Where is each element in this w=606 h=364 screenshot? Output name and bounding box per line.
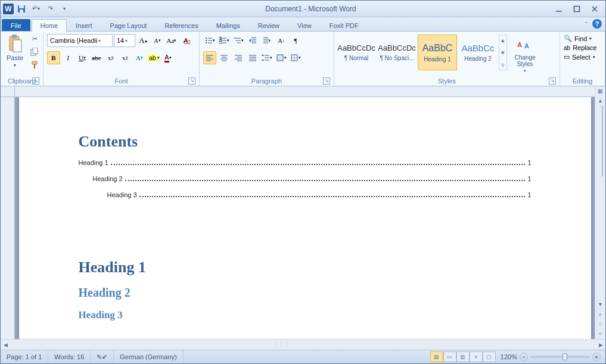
- help-icon[interactable]: ?: [592, 19, 602, 29]
- style-normal[interactable]: AaBbCcDc¶ Normal: [337, 35, 376, 70]
- zoom-slider[interactable]: [530, 356, 590, 358]
- heading-1[interactable]: Heading 1: [79, 259, 532, 276]
- heading-2[interactable]: Heading 2: [79, 286, 532, 300]
- tab-page-layout[interactable]: Page Layout: [101, 19, 156, 31]
- change-case-icon[interactable]: Aa▾: [165, 34, 178, 47]
- decrease-indent-icon[interactable]: [246, 34, 259, 47]
- tab-view[interactable]: View: [288, 19, 321, 31]
- text-effects-icon[interactable]: A▾: [133, 51, 146, 64]
- scroll-down-icon[interactable]: ▼: [595, 300, 605, 309]
- horizontal-ruler[interactable]: [15, 86, 595, 97]
- replace-button[interactable]: abReplace: [563, 43, 598, 52]
- browse-object-icon[interactable]: ○: [596, 320, 605, 328]
- multilevel-list-icon[interactable]: ▾: [232, 34, 245, 47]
- increase-indent-icon[interactable]: [260, 34, 274, 47]
- shading-icon[interactable]: ▾: [275, 51, 288, 64]
- view-outline-icon[interactable]: ≡: [470, 351, 483, 362]
- view-print-layout-icon[interactable]: ▤: [430, 351, 443, 362]
- bold-button[interactable]: B: [47, 51, 60, 64]
- numbering-icon[interactable]: 123▾: [217, 34, 231, 47]
- vertical-scrollbar[interactable]: ▦ ▲ ▼ « ○ »: [595, 86, 605, 339]
- scroll-right-icon[interactable]: ▶: [596, 340, 605, 350]
- superscript-button[interactable]: x2: [119, 51, 132, 64]
- word-app-icon[interactable]: W: [3, 4, 14, 14]
- close-button[interactable]: [586, 3, 603, 15]
- change-styles-button[interactable]: AA Change Styles▾: [509, 33, 541, 74]
- underline-button[interactable]: U▾: [76, 51, 89, 64]
- scroll-left-icon[interactable]: ◀: [1, 340, 10, 350]
- maximize-button[interactable]: [568, 3, 585, 15]
- borders-icon[interactable]: ▾: [289, 51, 302, 64]
- ruler-toggle-icon[interactable]: ▦: [595, 86, 605, 96]
- status-words[interactable]: Words: 16: [48, 350, 91, 363]
- style-gallery-more[interactable]: ▴▾▿: [499, 35, 507, 70]
- zoom-slider-thumb[interactable]: [563, 353, 567, 360]
- italic-button[interactable]: I: [61, 51, 74, 64]
- tab-foxit-pdf[interactable]: Foxit PDF: [321, 19, 368, 31]
- scroll-up-icon[interactable]: ▲: [595, 96, 605, 105]
- tab-file[interactable]: File: [2, 19, 30, 31]
- font-dialog-launcher[interactable]: ↘: [188, 77, 195, 85]
- horizontal-scrollbar[interactable]: ◀ ⋮⋮⋮ ▶: [1, 339, 605, 350]
- line-spacing-icon[interactable]: ▾: [260, 51, 274, 64]
- status-language[interactable]: German (Germany): [114, 350, 183, 363]
- tab-insert[interactable]: Insert: [67, 19, 101, 31]
- split-handle-icon[interactable]: ⋮⋮⋮: [274, 341, 290, 347]
- zoom-in-button[interactable]: +: [592, 353, 601, 361]
- toc-entry-2[interactable]: Heading 21: [79, 175, 532, 183]
- qat-customize-icon[interactable]: ▾: [58, 2, 71, 15]
- subscript-button[interactable]: x2: [104, 51, 117, 64]
- page-viewport[interactable]: Contents Heading 11 Heading 21 Heading 3…: [15, 97, 595, 339]
- tab-references[interactable]: References: [156, 19, 207, 31]
- next-page-icon[interactable]: »: [596, 329, 605, 338]
- undo-icon[interactable]: ↶▾: [29, 2, 42, 15]
- style-heading-2[interactable]: AaBbCcHeading 2: [458, 35, 498, 70]
- styles-dialog-launcher[interactable]: ↘: [549, 77, 556, 85]
- copy-icon[interactable]: [29, 46, 41, 58]
- select-button[interactable]: ▭Select▾: [563, 52, 596, 61]
- grow-font-icon[interactable]: A▴: [136, 34, 150, 47]
- sort-icon[interactable]: A↓: [275, 34, 288, 47]
- paste-button[interactable]: Paste ▾: [3, 33, 27, 69]
- clear-formatting-icon[interactable]: A⌫: [179, 34, 192, 47]
- font-color-icon[interactable]: A▾: [161, 51, 175, 64]
- heading-3[interactable]: Heading 3: [79, 309, 532, 321]
- view-full-screen-icon[interactable]: ▭: [443, 351, 456, 362]
- bullets-icon[interactable]: ▾: [203, 34, 216, 47]
- style-heading-1[interactable]: AaBbCHeading 1: [418, 35, 457, 70]
- align-left-icon[interactable]: [203, 51, 216, 64]
- minimize-button[interactable]: [551, 3, 567, 15]
- shrink-font-icon[interactable]: A▾: [151, 34, 164, 47]
- toc-entry-1[interactable]: Heading 11: [79, 159, 532, 167]
- tab-review[interactable]: Review: [249, 19, 288, 31]
- zoom-level[interactable]: 120%: [501, 353, 517, 360]
- tab-home[interactable]: Home: [32, 19, 67, 32]
- highlight-icon[interactable]: ab▾: [147, 51, 160, 64]
- redo-icon[interactable]: ↷: [43, 2, 57, 15]
- format-painter-icon[interactable]: [29, 59, 41, 71]
- document-page[interactable]: Contents Heading 11 Heading 21 Heading 3…: [19, 97, 591, 339]
- justify-icon[interactable]: [246, 51, 259, 64]
- save-icon[interactable]: [15, 2, 28, 15]
- strikethrough-button[interactable]: abc: [90, 51, 103, 64]
- find-button[interactable]: 🔍Find▾: [563, 34, 593, 43]
- font-size-combo[interactable]: 14▾: [114, 34, 135, 47]
- font-name-combo[interactable]: Cambria (Headii▾: [47, 34, 113, 47]
- zoom-out-button[interactable]: −: [520, 353, 528, 361]
- tab-mailings[interactable]: Mailings: [207, 19, 249, 31]
- cut-icon[interactable]: ✂: [29, 33, 41, 45]
- scroll-thumb-vertical[interactable]: [602, 105, 603, 177]
- view-web-layout-icon[interactable]: ▥: [456, 351, 470, 362]
- vertical-ruler[interactable]: [1, 97, 15, 339]
- align-center-icon[interactable]: [217, 51, 231, 64]
- toc-entry-3[interactable]: Heading 31: [79, 191, 532, 199]
- align-right-icon[interactable]: [232, 51, 245, 64]
- view-draft-icon[interactable]: ▢: [483, 351, 496, 362]
- show-marks-icon[interactable]: ¶: [289, 34, 302, 47]
- paragraph-dialog-launcher[interactable]: ↘: [323, 77, 330, 85]
- toc-title[interactable]: Contents: [79, 133, 532, 151]
- prev-page-icon[interactable]: «: [596, 310, 605, 319]
- clipboard-dialog-launcher[interactable]: ↘: [32, 77, 39, 85]
- ribbon-minimize-icon[interactable]: ⌃: [584, 21, 589, 27]
- status-proofing-icon[interactable]: ✎✔: [91, 350, 114, 363]
